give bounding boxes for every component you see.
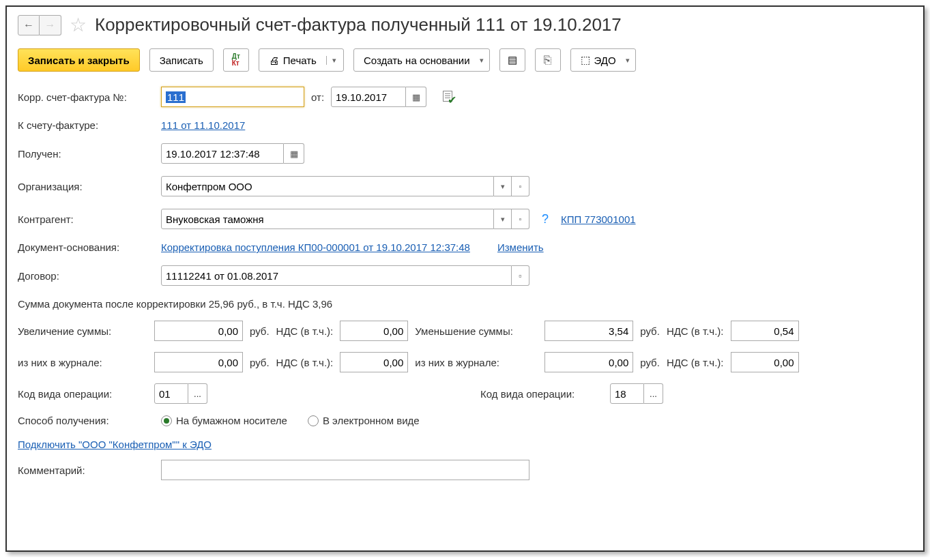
kpp-link[interactable]: КПП 773001001 (561, 213, 636, 225)
code1-label: Код вида операции: (18, 388, 147, 400)
invoice-no-label: Корр. счет-фактура №: (18, 91, 154, 103)
dec-amount-input[interactable] (544, 321, 633, 341)
edo-connect-link[interactable]: Подключить "ООО "Конфетпром"" к ЭДО (18, 439, 212, 450)
dec-vat-input[interactable] (731, 321, 799, 341)
page-title: Корректировочный счет-фактура полученный… (95, 14, 622, 35)
dec-label: Уменьшение суммы: (415, 325, 538, 337)
code1-input[interactable] (154, 383, 188, 404)
contract-label: Договор: (18, 270, 154, 282)
attach-button[interactable]: ⎘ (535, 48, 561, 72)
edo-icon: ⬚ (581, 54, 590, 66)
radio-icon (161, 415, 172, 426)
inc-amount-input[interactable] (154, 321, 243, 341)
from-label: от: (311, 91, 324, 103)
received-label: Получен: (18, 148, 154, 160)
calendar-icon: ▦ (290, 149, 298, 159)
paperclip-icon: ⎘ (544, 53, 551, 68)
nav-forward-button[interactable]: → (40, 15, 61, 35)
radio-paper[interactable]: На бумажном носителе (161, 415, 287, 426)
org-input[interactable] (161, 176, 494, 196)
basis-label: Документ-основания: (18, 241, 154, 253)
edo-button[interactable]: ⬚ ЭДО (570, 48, 636, 72)
nav-back-button[interactable]: ← (18, 15, 40, 35)
received-calendar-button[interactable]: ▦ (284, 143, 304, 164)
org-open-button[interactable]: ▫ (512, 176, 529, 196)
contr-input[interactable] (161, 209, 494, 229)
inc-vat-input[interactable] (340, 321, 408, 341)
calendar-button[interactable]: ▦ (406, 87, 426, 107)
printer-icon: 🖨 (269, 55, 279, 66)
help-icon[interactable]: ? (542, 212, 549, 226)
status-ok-icon: ✔ (443, 91, 452, 104)
chevron-down-icon: ▾ (326, 56, 336, 65)
inc-journal-input[interactable] (154, 352, 243, 372)
contract-open-button[interactable]: ▫ (512, 265, 529, 286)
dtkt-button[interactable]: ДтКт (223, 48, 249, 72)
favorite-star-icon[interactable]: ☆ (70, 14, 87, 36)
radio-icon (308, 415, 319, 426)
report-button[interactable]: ▤ (499, 48, 525, 72)
document-icon: ▤ (508, 54, 517, 66)
basis-link[interactable]: Корректировка поступления КП00-000001 от… (161, 241, 470, 253)
contr-dropdown-button[interactable]: ▾ (494, 209, 512, 229)
header: ← → ☆ Корректировочный счет-фактура полу… (18, 14, 912, 36)
code2-label: Код вида операции: (480, 388, 603, 400)
contr-open-button[interactable]: ▫ (512, 209, 529, 229)
toolbar: Записать и закрыть Записать ДтКт 🖨 Печат… (18, 48, 912, 72)
inc-journal-vat-input[interactable] (340, 352, 408, 372)
org-dropdown-button[interactable]: ▾ (494, 176, 512, 196)
code1-select-button[interactable]: ... (188, 383, 207, 404)
org-label: Организация: (18, 181, 154, 192)
radio-electronic[interactable]: В электронном виде (308, 415, 420, 426)
contr-label: Контрагент: (18, 213, 154, 225)
inc-journal-label: из них в журнале: (18, 357, 147, 368)
contract-input[interactable] (161, 265, 512, 286)
save-button[interactable]: Записать (149, 48, 214, 72)
comment-input[interactable] (161, 460, 529, 480)
sum-text: Сумма документа после корректировки 25,9… (18, 298, 912, 310)
print-button[interactable]: 🖨 Печать ▾ (259, 48, 344, 72)
invoice-no-input[interactable]: 111 (161, 87, 304, 107)
basis-edit-link[interactable]: Изменить (497, 241, 544, 253)
to-invoice-label: К счету-фактуре: (18, 119, 154, 131)
method-label: Способ получения: (18, 415, 154, 426)
save-close-button[interactable]: Записать и закрыть (18, 48, 140, 72)
received-input[interactable] (161, 143, 284, 164)
to-invoice-link[interactable]: 111 от 11.10.2017 (161, 119, 245, 131)
code2-select-button[interactable]: ... (644, 383, 663, 404)
code2-input[interactable] (610, 383, 644, 404)
date-input[interactable] (331, 87, 406, 107)
calendar-icon: ▦ (412, 92, 420, 102)
comment-label: Комментарий: (18, 465, 154, 476)
inc-label: Увеличение суммы: (18, 325, 147, 337)
create-based-button[interactable]: Создать на основании (353, 48, 490, 72)
dec-journal-vat-input[interactable] (731, 352, 799, 372)
dec-journal-input[interactable] (544, 352, 633, 372)
dec-journal-label: из них в журнале: (415, 357, 538, 368)
dtkt-icon: ДтКт (232, 53, 240, 67)
